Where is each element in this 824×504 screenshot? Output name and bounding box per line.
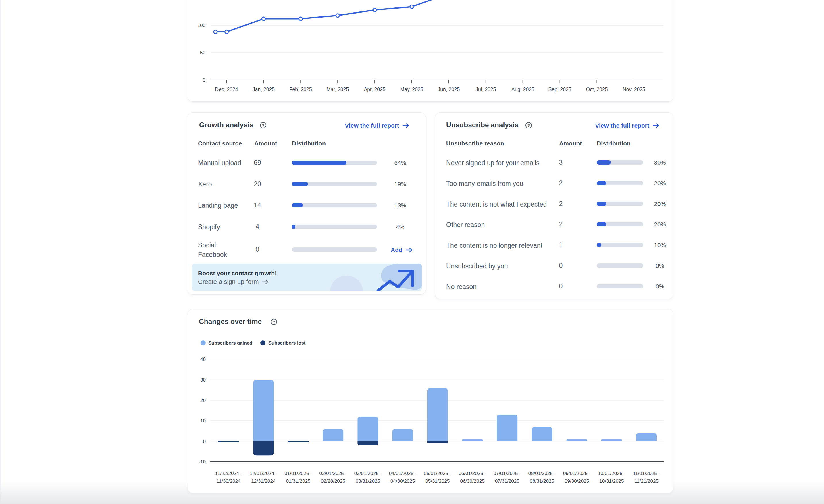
svg-text:Feb, 2025: Feb, 2025 [289,87,312,92]
svg-text:04/01/2025 -: 04/01/2025 - [389,471,416,476]
svg-text:May, 2025: May, 2025 [400,87,423,92]
svg-text:Nov, 2025: Nov, 2025 [623,87,645,92]
svg-text:20: 20 [200,398,206,403]
svg-text:100: 100 [197,23,205,28]
svg-text:10/01/2025 -: 10/01/2025 - [598,471,625,476]
svg-text:11/22/2024 -: 11/22/2024 - [215,471,242,476]
svg-text:12/31/2024: 12/31/2024 [251,479,276,484]
svg-text:0: 0 [203,77,205,83]
svg-text:08/01/2025 -: 08/01/2025 - [528,471,556,476]
svg-text:12/01/2024 -: 12/01/2024 - [250,471,277,476]
svg-text:02/01/2025 -: 02/01/2025 - [319,471,346,476]
svg-text:-10: -10 [199,459,206,465]
svg-text:10: 10 [200,418,206,423]
svg-text:Apr, 2025: Apr, 2025 [364,87,386,92]
svg-text:08/31/2025: 08/31/2025 [530,479,554,484]
svg-text:Oct, 2025: Oct, 2025 [586,87,608,92]
svg-text:09/30/2025: 09/30/2025 [564,479,589,484]
svg-text:Aug, 2025: Aug, 2025 [511,87,534,92]
svg-text:07/31/2025: 07/31/2025 [495,479,519,484]
svg-text:Dec, 2024: Dec, 2024 [215,87,238,92]
svg-text:10/31/2025: 10/31/2025 [599,479,624,484]
svg-text:04/30/2025: 04/30/2025 [391,479,415,484]
svg-text:07/01/2025 -: 07/01/2025 - [493,471,521,476]
svg-text:02/28/2025: 02/28/2025 [321,479,345,484]
svg-text:?: ? [527,123,530,127]
svg-text:Jul, 2025: Jul, 2025 [476,87,496,92]
svg-text:06/30/2025: 06/30/2025 [460,479,485,484]
svg-text:01/01/2025 -: 01/01/2025 - [285,471,312,476]
svg-text:Jun, 2025: Jun, 2025 [437,87,460,92]
svg-text:11/30/2024: 11/30/2024 [217,479,241,484]
svg-text:?: ? [262,123,264,127]
svg-text:Jan, 2025: Jan, 2025 [252,87,275,92]
svg-text:50: 50 [200,50,205,56]
svg-text:05/01/2025 -: 05/01/2025 - [424,471,451,476]
svg-text:06/01/2025 -: 06/01/2025 - [458,471,486,476]
svg-text:05/31/2025: 05/31/2025 [425,479,450,484]
svg-text:11/21/2025: 11/21/2025 [634,479,658,484]
svg-text:40: 40 [200,357,206,362]
svg-text:Sep, 2025: Sep, 2025 [548,87,572,92]
svg-text:0: 0 [203,439,206,444]
svg-text:03/01/2025 -: 03/01/2025 - [354,471,382,476]
svg-text:Mar, 2025: Mar, 2025 [326,87,349,92]
svg-text:11/01/2025 -: 11/01/2025 - [633,471,660,476]
svg-text:03/31/2025: 03/31/2025 [356,479,380,484]
svg-text:01/31/2025: 01/31/2025 [286,479,310,484]
svg-text:30: 30 [200,377,206,383]
svg-text:09/01/2025 -: 09/01/2025 - [563,471,591,476]
